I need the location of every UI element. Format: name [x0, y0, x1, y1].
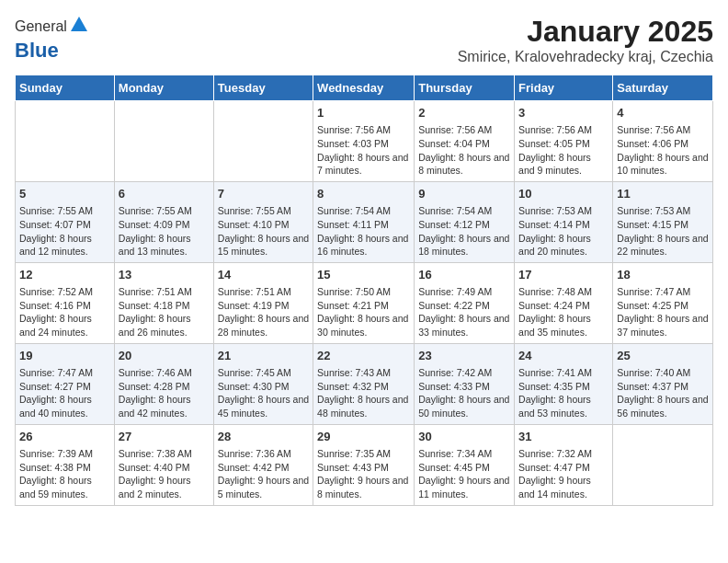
day-number: 2 — [418, 105, 510, 121]
calendar-cell: 18Sunrise: 7:47 AM Sunset: 4:25 PM Dayli… — [613, 262, 713, 343]
day-number: 4 — [617, 105, 709, 121]
day-detail: Sunrise: 7:41 AM Sunset: 4:35 PM Dayligh… — [518, 366, 609, 420]
day-number: 26 — [19, 429, 110, 445]
day-detail: Sunrise: 7:47 AM Sunset: 4:27 PM Dayligh… — [19, 366, 110, 420]
day-detail: Sunrise: 7:54 AM Sunset: 4:12 PM Dayligh… — [418, 204, 510, 259]
calendar-cell: 9Sunrise: 7:54 AM Sunset: 4:12 PM Daylig… — [415, 181, 515, 262]
location-subtitle: Smirice, Kralovehradecky kraj, Czechia — [458, 49, 713, 65]
day-number: 6 — [119, 186, 210, 202]
calendar-cell: 27Sunrise: 7:38 AM Sunset: 4:40 PM Dayli… — [114, 424, 213, 505]
logo-general-text: General — [15, 18, 67, 35]
calendar-cell: 8Sunrise: 7:54 AM Sunset: 4:11 PM Daylig… — [313, 181, 415, 262]
day-detail: Sunrise: 7:53 AM Sunset: 4:14 PM Dayligh… — [518, 204, 609, 259]
day-number: 28 — [218, 429, 309, 445]
day-number: 20 — [119, 348, 210, 364]
day-detail: Sunrise: 7:48 AM Sunset: 4:24 PM Dayligh… — [518, 285, 609, 339]
day-detail: Sunrise: 7:42 AM Sunset: 4:33 PM Dayligh… — [418, 366, 510, 420]
calendar-cell: 26Sunrise: 7:39 AM Sunset: 4:38 PM Dayli… — [16, 424, 115, 505]
day-detail: Sunrise: 7:49 AM Sunset: 4:22 PM Dayligh… — [418, 285, 510, 339]
calendar-cell: 3Sunrise: 7:56 AM Sunset: 4:05 PM Daylig… — [515, 101, 613, 182]
logo-icon — [69, 15, 89, 35]
day-detail: Sunrise: 7:54 AM Sunset: 4:11 PM Dayligh… — [317, 204, 410, 259]
calendar-cell: 22Sunrise: 7:43 AM Sunset: 4:32 PM Dayli… — [313, 343, 415, 424]
day-number: 5 — [19, 186, 110, 202]
dow-friday: Friday — [515, 75, 613, 101]
day-detail: Sunrise: 7:55 AM Sunset: 4:07 PM Dayligh… — [19, 204, 110, 259]
calendar-cell: 2Sunrise: 7:56 AM Sunset: 4:04 PM Daylig… — [415, 101, 515, 182]
day-detail: Sunrise: 7:56 AM Sunset: 4:04 PM Dayligh… — [418, 123, 510, 178]
day-number: 21 — [218, 348, 309, 364]
calendar-cell: 14Sunrise: 7:51 AM Sunset: 4:19 PM Dayli… — [213, 262, 313, 343]
calendar-table: SundayMondayTuesdayWednesdayThursdayFrid… — [15, 75, 713, 506]
calendar-cell: 15Sunrise: 7:50 AM Sunset: 4:21 PM Dayli… — [313, 262, 415, 343]
dow-monday: Monday — [114, 75, 213, 101]
day-detail: Sunrise: 7:51 AM Sunset: 4:18 PM Dayligh… — [119, 285, 210, 339]
header: General Blue January 2025 Smirice, Kralo… — [15, 15, 713, 65]
day-number: 11 — [617, 186, 709, 202]
day-detail: Sunrise: 7:56 AM Sunset: 4:03 PM Dayligh… — [317, 123, 410, 178]
calendar-cell: 28Sunrise: 7:36 AM Sunset: 4:42 PM Dayli… — [213, 424, 313, 505]
calendar-cell: 23Sunrise: 7:42 AM Sunset: 4:33 PM Dayli… — [415, 343, 515, 424]
day-number: 25 — [617, 348, 709, 364]
day-detail: Sunrise: 7:55 AM Sunset: 4:10 PM Dayligh… — [218, 204, 309, 259]
calendar-cell: 31Sunrise: 7:32 AM Sunset: 4:47 PM Dayli… — [515, 424, 613, 505]
day-number: 30 — [418, 429, 510, 445]
day-number: 7 — [218, 186, 309, 202]
calendar-cell: 12Sunrise: 7:52 AM Sunset: 4:16 PM Dayli… — [16, 262, 115, 343]
dow-saturday: Saturday — [613, 75, 713, 101]
day-detail: Sunrise: 7:46 AM Sunset: 4:28 PM Dayligh… — [119, 366, 210, 420]
calendar-cell — [16, 101, 115, 182]
calendar-cell: 17Sunrise: 7:48 AM Sunset: 4:24 PM Dayli… — [515, 262, 613, 343]
day-detail: Sunrise: 7:39 AM Sunset: 4:38 PM Dayligh… — [19, 447, 110, 501]
day-number: 13 — [119, 267, 210, 283]
day-detail: Sunrise: 7:53 AM Sunset: 4:15 PM Dayligh… — [617, 204, 709, 259]
dow-wednesday: Wednesday — [313, 75, 415, 101]
calendar-cell: 20Sunrise: 7:46 AM Sunset: 4:28 PM Dayli… — [114, 343, 213, 424]
day-detail: Sunrise: 7:38 AM Sunset: 4:40 PM Dayligh… — [119, 447, 210, 501]
day-number: 29 — [317, 429, 410, 445]
day-number: 31 — [518, 429, 609, 445]
day-detail: Sunrise: 7:45 AM Sunset: 4:30 PM Dayligh… — [218, 366, 309, 420]
day-number: 9 — [418, 186, 510, 202]
calendar-cell — [613, 424, 713, 505]
day-detail: Sunrise: 7:34 AM Sunset: 4:45 PM Dayligh… — [418, 447, 510, 501]
calendar-cell: 4Sunrise: 7:56 AM Sunset: 4:06 PM Daylig… — [613, 101, 713, 182]
dow-thursday: Thursday — [415, 75, 515, 101]
day-number: 10 — [518, 186, 609, 202]
calendar-cell: 30Sunrise: 7:34 AM Sunset: 4:45 PM Dayli… — [415, 424, 515, 505]
day-number: 14 — [218, 267, 309, 283]
day-detail: Sunrise: 7:35 AM Sunset: 4:43 PM Dayligh… — [317, 447, 410, 501]
day-detail: Sunrise: 7:40 AM Sunset: 4:37 PM Dayligh… — [617, 366, 709, 420]
day-number: 1 — [317, 105, 410, 121]
day-number: 17 — [518, 267, 609, 283]
calendar-cell: 16Sunrise: 7:49 AM Sunset: 4:22 PM Dayli… — [415, 262, 515, 343]
day-detail: Sunrise: 7:43 AM Sunset: 4:32 PM Dayligh… — [317, 366, 410, 420]
day-number: 23 — [418, 348, 510, 364]
day-number: 18 — [617, 267, 709, 283]
day-detail: Sunrise: 7:55 AM Sunset: 4:09 PM Dayligh… — [119, 204, 210, 259]
day-number: 8 — [317, 186, 410, 202]
day-detail: Sunrise: 7:51 AM Sunset: 4:19 PM Dayligh… — [218, 285, 309, 339]
logo: General Blue — [15, 15, 89, 63]
dow-sunday: Sunday — [16, 75, 115, 101]
day-number: 24 — [518, 348, 609, 364]
calendar-cell: 1Sunrise: 7:56 AM Sunset: 4:03 PM Daylig… — [313, 101, 415, 182]
day-number: 12 — [19, 267, 110, 283]
day-detail: Sunrise: 7:32 AM Sunset: 4:47 PM Dayligh… — [518, 447, 609, 501]
day-detail: Sunrise: 7:56 AM Sunset: 4:06 PM Dayligh… — [617, 123, 709, 178]
calendar-cell: 13Sunrise: 7:51 AM Sunset: 4:18 PM Dayli… — [114, 262, 213, 343]
day-detail: Sunrise: 7:56 AM Sunset: 4:05 PM Dayligh… — [518, 123, 609, 178]
day-number: 3 — [518, 105, 609, 121]
calendar-cell — [213, 101, 313, 182]
day-number: 19 — [19, 348, 110, 364]
calendar-cell: 19Sunrise: 7:47 AM Sunset: 4:27 PM Dayli… — [16, 343, 115, 424]
day-detail: Sunrise: 7:52 AM Sunset: 4:16 PM Dayligh… — [19, 285, 110, 339]
day-number: 27 — [119, 429, 210, 445]
day-detail: Sunrise: 7:36 AM Sunset: 4:42 PM Dayligh… — [218, 447, 309, 501]
calendar-cell: 25Sunrise: 7:40 AM Sunset: 4:37 PM Dayli… — [613, 343, 713, 424]
day-detail: Sunrise: 7:47 AM Sunset: 4:25 PM Dayligh… — [617, 285, 709, 339]
day-number: 16 — [418, 267, 510, 283]
logo-blue-text: Blue — [15, 39, 59, 62]
title-area: January 2025 Smirice, Kralovehradecky kr… — [458, 15, 713, 65]
calendar-cell: 6Sunrise: 7:55 AM Sunset: 4:09 PM Daylig… — [114, 181, 213, 262]
